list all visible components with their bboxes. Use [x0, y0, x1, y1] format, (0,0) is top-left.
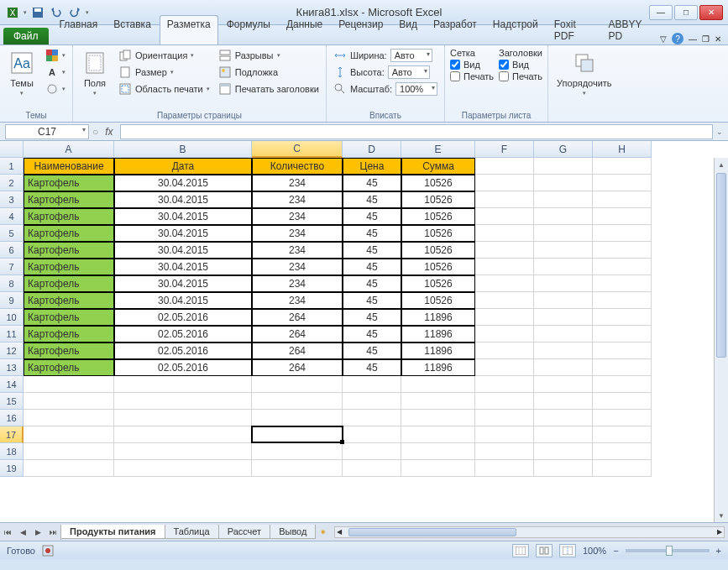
cell[interactable]: 02.05.2016	[114, 326, 252, 343]
cell[interactable]: 02.05.2016	[114, 343, 252, 359]
cell[interactable]: 30.04.2015	[114, 242, 252, 259]
cell[interactable]	[534, 175, 593, 191]
cell[interactable]	[475, 410, 534, 426]
sheet-next-icon[interactable]: ▶	[30, 525, 45, 540]
minimize-ribbon-icon[interactable]: ▽	[660, 34, 667, 44]
cell[interactable]: 45	[343, 175, 401, 191]
cell[interactable]: 11896	[401, 359, 475, 376]
cell[interactable]	[534, 309, 593, 326]
cell[interactable]: Сумма	[401, 158, 475, 175]
cell[interactable]	[24, 460, 114, 477]
gridlines-view-checkbox[interactable]: Вид	[450, 60, 494, 70]
cell[interactable]: 10526	[401, 259, 475, 275]
expand-formula-icon[interactable]: ⌄	[716, 128, 723, 136]
cell[interactable]	[534, 410, 593, 426]
row-header[interactable]: 16	[0, 410, 24, 426]
cell[interactable]	[593, 443, 652, 460]
cell[interactable]	[343, 410, 401, 426]
gridlines-print-checkbox[interactable]: Печать	[450, 71, 494, 81]
sheet-prev-icon[interactable]: ◀	[15, 525, 30, 540]
cell[interactable]: 30.04.2015	[114, 208, 252, 225]
cell[interactable]: 45	[343, 259, 401, 275]
cell[interactable]	[24, 443, 114, 460]
cell[interactable]: 45	[343, 208, 401, 225]
cell[interactable]: 10526	[401, 208, 475, 225]
cell[interactable]	[593, 242, 652, 259]
cell[interactable]: 45	[343, 292, 401, 309]
headings-print-checkbox[interactable]: Печать	[499, 71, 542, 81]
scroll-left-icon[interactable]: ◀	[337, 528, 342, 536]
cell[interactable]	[593, 158, 652, 175]
cell[interactable]: Дата	[114, 158, 252, 175]
cell[interactable]: 264	[252, 326, 343, 343]
cell[interactable]	[475, 225, 534, 242]
doc-minimize-icon[interactable]: —	[689, 34, 697, 44]
scroll-up-icon[interactable]: ▲	[715, 158, 728, 171]
cell[interactable]	[114, 410, 252, 426]
cell[interactable]	[343, 426, 401, 443]
width-combo[interactable]: Авто	[390, 49, 432, 62]
cell[interactable]	[401, 393, 475, 410]
cell[interactable]	[475, 326, 534, 343]
cell[interactable]	[593, 326, 652, 343]
page-layout-view-icon[interactable]	[536, 544, 553, 557]
ribbon-tab[interactable]: ABBYY PD	[601, 15, 659, 44]
row-header[interactable]: 10	[0, 309, 24, 326]
cell[interactable]: Картофель	[24, 275, 114, 292]
cell[interactable]	[24, 426, 114, 443]
doc-close-icon[interactable]: ✕	[715, 34, 721, 44]
ribbon-tab[interactable]: Разметка	[160, 15, 218, 44]
normal-view-icon[interactable]	[512, 544, 529, 557]
cell[interactable]	[593, 359, 652, 376]
cell[interactable]	[475, 359, 534, 376]
cell[interactable]	[24, 410, 114, 426]
scroll-down-icon[interactable]: ▼	[715, 509, 728, 522]
file-tab[interactable]: Файл	[3, 28, 49, 44]
ribbon-tab[interactable]: Рецензир	[331, 15, 390, 44]
new-sheet-icon[interactable]: ✷	[316, 525, 331, 540]
cell[interactable]	[534, 225, 593, 242]
cell[interactable]: 264	[252, 343, 343, 359]
cell[interactable]: Картофель	[24, 175, 114, 191]
cell[interactable]: Картофель	[24, 259, 114, 275]
cell[interactable]: 10526	[401, 225, 475, 242]
cell[interactable]	[593, 343, 652, 359]
cell[interactable]	[593, 393, 652, 410]
cell[interactable]: 30.04.2015	[114, 225, 252, 242]
margins-button[interactable]: Поля ▾	[78, 48, 112, 98]
macro-record-icon[interactable]	[42, 545, 54, 557]
formula-input[interactable]	[120, 124, 713, 139]
row-header[interactable]: 7	[0, 259, 24, 275]
row-header[interactable]: 17	[0, 426, 24, 443]
cell[interactable]	[593, 426, 652, 443]
cell[interactable]: Картофель	[24, 309, 114, 326]
row-header[interactable]: 4	[0, 208, 24, 225]
cell[interactable]	[534, 242, 593, 259]
cell[interactable]	[343, 376, 401, 393]
column-header[interactable]: B	[114, 141, 252, 158]
cell[interactable]	[475, 292, 534, 309]
cell[interactable]	[343, 393, 401, 410]
sheet-first-icon[interactable]: ⏮	[0, 525, 15, 540]
cell[interactable]: 10526	[401, 191, 475, 208]
row-header[interactable]: 12	[0, 343, 24, 359]
excel-icon[interactable]: X	[5, 5, 20, 20]
ribbon-tab[interactable]: Foxit PDF	[547, 15, 600, 44]
cell[interactable]	[475, 309, 534, 326]
cell[interactable]: Картофель	[24, 343, 114, 359]
vertical-scrollbar[interactable]: ▲ ▼	[714, 158, 728, 522]
cell[interactable]	[593, 376, 652, 393]
maximize-button[interactable]: □	[674, 5, 698, 20]
row-header[interactable]: 13	[0, 359, 24, 376]
theme-effects-button[interactable]: ▾	[44, 81, 67, 97]
row-header[interactable]: 5	[0, 225, 24, 242]
cell[interactable]: 45	[343, 359, 401, 376]
ribbon-tab[interactable]: Вид	[391, 15, 425, 44]
row-header[interactable]: 6	[0, 242, 24, 259]
cell[interactable]: 10526	[401, 242, 475, 259]
cell[interactable]	[401, 426, 475, 443]
cell[interactable]: 30.04.2015	[114, 175, 252, 191]
cell[interactable]	[114, 460, 252, 477]
zoom-level[interactable]: 100%	[583, 546, 606, 556]
cell[interactable]	[534, 191, 593, 208]
